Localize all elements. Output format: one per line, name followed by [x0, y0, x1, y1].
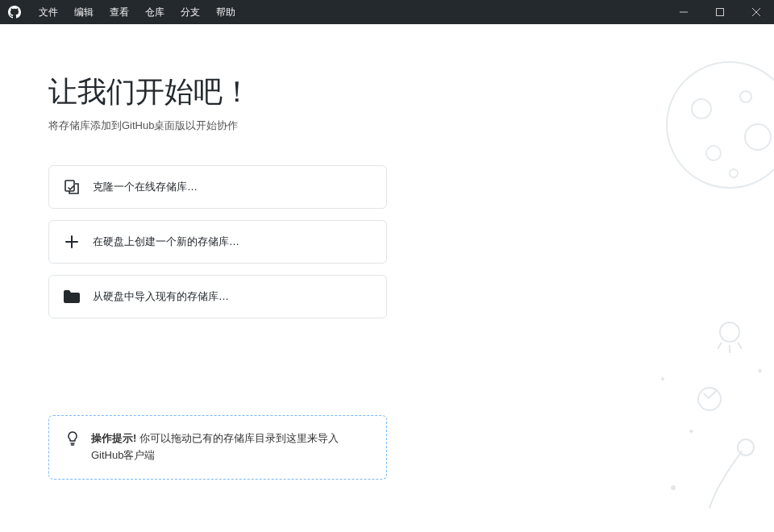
- create-repo-label: 在硬盘上创建一个新的存储库…: [93, 235, 239, 249]
- clone-repo-button[interactable]: 克隆一个在线存储库…: [48, 165, 387, 209]
- window-controls: [665, 0, 774, 24]
- menu-edit[interactable]: 编辑: [66, 0, 102, 24]
- add-repo-label: 从硬盘中导入现有的存储库…: [93, 289, 229, 304]
- svg-point-5: [706, 146, 721, 160]
- lightbulb-icon: [65, 431, 80, 464]
- content: 让我们开始吧！ 将存储库添加到GitHub桌面版以开始协作 克隆一个在线存储库……: [0, 24, 774, 532]
- clone-icon: [64, 179, 80, 195]
- clone-repo-label: 克隆一个在线存储库…: [93, 180, 198, 194]
- svg-point-9: [738, 439, 754, 455]
- menu-branch[interactable]: 分支: [173, 0, 208, 24]
- moon-illustration-icon: [661, 56, 774, 193]
- svg-rect-0: [716, 9, 723, 16]
- svg-point-6: [730, 169, 738, 177]
- svg-point-10: [672, 486, 675, 489]
- create-repo-button[interactable]: 在硬盘上创建一个新的存储库…: [48, 220, 387, 264]
- add-repo-button[interactable]: 从硬盘中导入现有的存储库…: [48, 275, 387, 318]
- space-decoration-icon: [613, 290, 774, 532]
- folder-icon: [64, 289, 80, 305]
- svg-point-2: [692, 99, 711, 118]
- close-button[interactable]: [738, 0, 774, 24]
- svg-point-8: [698, 388, 721, 410]
- minimize-button[interactable]: [665, 0, 701, 24]
- actions-list: 克隆一个在线存储库… 在硬盘上创建一个新的存储库… 从硬盘中导入现有的存储库…: [48, 165, 387, 318]
- svg-point-4: [745, 124, 771, 150]
- menu-file[interactable]: 文件: [31, 0, 66, 24]
- tip-text: 操作提示! 你可以拖动已有的存储库目录到这里来导入GitHub客户端: [91, 430, 370, 464]
- titlebar: 文件 编辑 查看 仓库 分支 帮助: [0, 0, 774, 24]
- menu-help[interactable]: 帮助: [208, 0, 243, 24]
- menu-repository[interactable]: 仓库: [137, 0, 173, 24]
- menu-view[interactable]: 查看: [102, 0, 137, 24]
- tip-bold: 操作提示!: [91, 432, 136, 444]
- svg-point-3: [740, 91, 751, 102]
- maximize-button[interactable]: [701, 0, 738, 24]
- menu-bar: 文件 编辑 查看 仓库 分支 帮助: [31, 0, 243, 24]
- tip-box: 操作提示! 你可以拖动已有的存储库目录到这里来导入GitHub客户端: [48, 415, 387, 480]
- github-logo-icon: [8, 6, 21, 19]
- plus-icon: [64, 234, 80, 250]
